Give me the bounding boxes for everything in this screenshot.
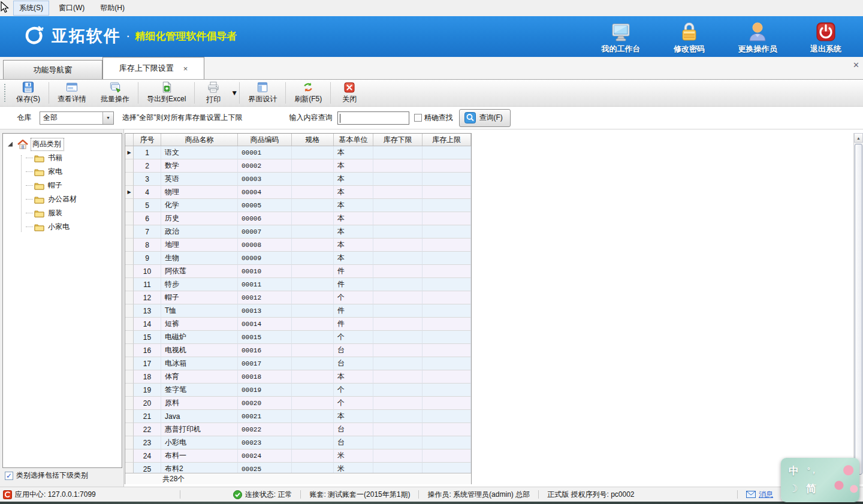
cell-name[interactable]: 物理	[161, 186, 238, 199]
exit-system-button[interactable]: 退出系统	[799, 21, 852, 55]
cell-seq[interactable]: 16	[134, 344, 161, 357]
cell-name[interactable]: 化学	[161, 199, 238, 212]
menu-window[interactable]: 窗口(W)	[53, 1, 90, 16]
cell-min[interactable]	[373, 304, 423, 318]
cell-code[interactable]: 00013	[238, 304, 292, 318]
table-row[interactable]: 10阿依莲00010件	[125, 265, 471, 278]
cell-code[interactable]: 00012	[238, 291, 292, 304]
cell-unit[interactable]: 个	[334, 291, 373, 304]
cell-min[interactable]	[373, 146, 423, 159]
tab-function-nav[interactable]: 功能导航窗	[3, 60, 102, 79]
cell-seq[interactable]: 11	[134, 278, 161, 291]
warehouse-select[interactable]: 全部 ▼	[40, 111, 114, 125]
cell-spec[interactable]	[292, 304, 334, 318]
cell-spec[interactable]	[292, 186, 334, 199]
cell-seq[interactable]: 7	[134, 225, 161, 239]
cell-max[interactable]	[423, 344, 471, 357]
table-row[interactable]: 25布料200025米	[125, 463, 471, 473]
tree-expander-icon[interactable]	[8, 142, 13, 147]
cell-name[interactable]: 阿依莲	[161, 265, 238, 278]
cell-min[interactable]	[373, 199, 423, 212]
cell-seq[interactable]: 24	[134, 449, 161, 463]
cell-seq[interactable]: 10	[134, 265, 161, 278]
cell-max[interactable]	[423, 304, 471, 318]
cell-unit[interactable]: 台	[334, 357, 373, 370]
cell-unit[interactable]: 台	[334, 344, 373, 357]
cell-name[interactable]: 英语	[161, 173, 238, 186]
col-header-seq[interactable]: 序号	[134, 134, 161, 146]
toolbar-grip[interactable]	[4, 83, 7, 102]
cell-min[interactable]	[373, 159, 423, 173]
cell-max[interactable]	[423, 423, 471, 436]
ime-moon-icon[interactable]: ☽	[789, 482, 798, 495]
cell-min[interactable]	[373, 239, 423, 252]
ime-language-toggle[interactable]: 中	[789, 464, 799, 478]
cell-unit[interactable]: 件	[334, 265, 373, 278]
cell-seq[interactable]: 6	[134, 212, 161, 225]
cell-name[interactable]: 数学	[161, 159, 238, 173]
table-row[interactable]: 15电磁炉00015个	[125, 331, 471, 344]
refresh-button[interactable]: 刷新(F5)	[287, 80, 329, 106]
cell-seq[interactable]: 12	[134, 291, 161, 304]
cell-min[interactable]	[373, 265, 423, 278]
tab-close-icon[interactable]: ×	[183, 64, 188, 73]
cell-name[interactable]: 短裤	[161, 318, 238, 331]
scroll-up-icon[interactable]: ▲	[854, 133, 863, 143]
cell-code[interactable]: 00007	[238, 225, 292, 239]
cell-max[interactable]	[423, 331, 471, 344]
cell-seq[interactable]: 19	[134, 384, 161, 397]
cell-name[interactable]: 惠普打印机	[161, 423, 238, 436]
cell-name[interactable]: 历史	[161, 212, 238, 225]
table-row[interactable]: 23小彩电00023台	[125, 436, 471, 449]
cell-max[interactable]	[423, 159, 471, 173]
cell-max[interactable]	[423, 436, 471, 449]
cell-min[interactable]	[373, 449, 423, 463]
col-header-spec[interactable]: 规格	[292, 134, 334, 146]
cell-max[interactable]	[423, 212, 471, 225]
cell-unit[interactable]: 个	[334, 331, 373, 344]
cell-spec[interactable]	[292, 370, 334, 384]
cell-unit[interactable]: 本	[334, 239, 373, 252]
table-row[interactable]: 17电冰箱00017台	[125, 357, 471, 370]
cell-spec[interactable]	[292, 225, 334, 239]
vertical-scrollbar[interactable]: ▲	[853, 133, 863, 484]
table-row[interactable]: 12帽子00012个	[125, 291, 471, 304]
cell-code[interactable]: 00016	[238, 344, 292, 357]
cell-unit[interactable]: 米	[334, 449, 373, 463]
switch-operator-button[interactable]: 更换操作员	[731, 21, 784, 55]
cell-seq[interactable]: 3	[134, 173, 161, 186]
cell-spec[interactable]	[292, 173, 334, 186]
cell-name[interactable]: 签字笔	[161, 384, 238, 397]
cell-max[interactable]	[423, 173, 471, 186]
cell-unit[interactable]: 台	[334, 436, 373, 449]
cell-seq[interactable]: 23	[134, 436, 161, 449]
cell-code[interactable]: 00010	[238, 265, 292, 278]
cell-min[interactable]	[373, 225, 423, 239]
message-link[interactable]: 消息	[759, 490, 773, 500]
cell-unit[interactable]: 米	[334, 463, 373, 473]
cell-spec[interactable]	[292, 384, 334, 397]
cell-code[interactable]: 00011	[238, 278, 292, 291]
cell-spec[interactable]	[292, 212, 334, 225]
cell-max[interactable]	[423, 397, 471, 410]
table-row[interactable]: 5化学00005本	[125, 199, 471, 212]
cell-max[interactable]	[423, 291, 471, 304]
table-row[interactable]: 19签字笔00019个	[125, 384, 471, 397]
cell-spec[interactable]	[292, 436, 334, 449]
cell-unit[interactable]: 本	[334, 186, 373, 199]
cell-code[interactable]: 00008	[238, 239, 292, 252]
cell-name[interactable]: 电磁炉	[161, 331, 238, 344]
view-details-button[interactable]: 查看详情	[50, 80, 93, 106]
cell-name[interactable]: 政治	[161, 225, 238, 239]
table-row[interactable]: 3英语00003本	[125, 173, 471, 186]
scrollbar-thumb[interactable]	[855, 144, 862, 475]
cell-spec[interactable]	[292, 344, 334, 357]
cell-code[interactable]: 00003	[238, 173, 292, 186]
tabstrip-close-icon[interactable]: ✕	[853, 61, 859, 70]
cell-unit[interactable]: 本	[334, 199, 373, 212]
cell-min[interactable]	[373, 278, 423, 291]
cell-code[interactable]: 00019	[238, 384, 292, 397]
tab-stock-limit-settings[interactable]: 库存上下限设置 ×	[102, 57, 204, 79]
cell-unit[interactable]: 台	[334, 423, 373, 436]
cell-name[interactable]: 小彩电	[161, 436, 238, 449]
